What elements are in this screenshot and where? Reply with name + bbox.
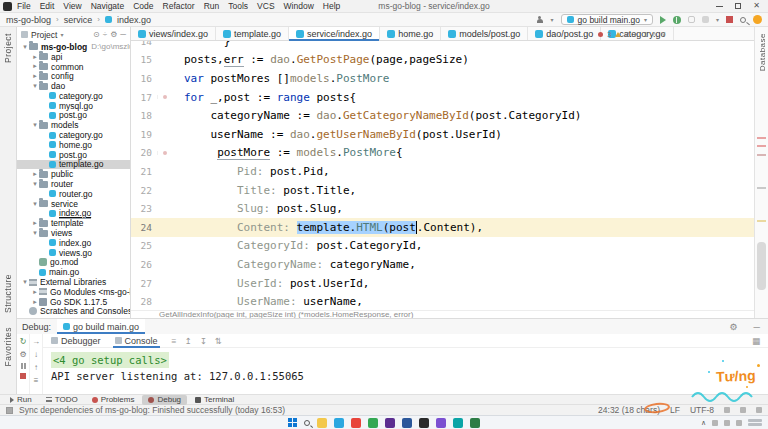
taskbar-edge-browser[interactable] [334, 418, 344, 428]
tool-window-button-todo[interactable]: TODO [40, 395, 84, 405]
network-icon[interactable] [712, 420, 718, 426]
tree-item-go-modules-ms-go-blog-[interactable]: ▸Go Modules <ms-go-blog> [17, 287, 130, 297]
tree-item-views[interactable]: ▾views [17, 228, 130, 238]
search-icon[interactable] [740, 17, 746, 23]
tree-item-ms-go-blog[interactable]: ▾ms-go-blogD:\go\mszlu\ms-go-blog [17, 42, 130, 52]
code-line[interactable]: 16var postMores []models.PostMore [131, 69, 754, 88]
menu-item-file[interactable]: File [17, 1, 31, 11]
pause-icon[interactable] [21, 363, 26, 369]
battery-icon[interactable] [736, 420, 742, 426]
clear-icon[interactable]: ⇅ [215, 336, 222, 346]
editor-tab[interactable]: service/index.go [289, 27, 380, 40]
editor-tab[interactable]: views/index.go [131, 27, 216, 40]
error-stripe-mark[interactable] [757, 137, 766, 139]
tree-item-public[interactable]: ▸public [17, 169, 130, 179]
code-line[interactable]: 23 Slug: post.Slug, [131, 199, 754, 218]
debug-tab-console[interactable]: Console [109, 334, 164, 348]
code-line[interactable]: 27 UserId: post.UserId, [131, 274, 754, 293]
tree-item-main-go[interactable]: main.go [17, 267, 130, 277]
step-out-icon[interactable]: ↑ [34, 363, 38, 372]
modify-config-icon[interactable]: ⚙ [19, 350, 26, 359]
tool-window-button-run[interactable]: Run [4, 395, 38, 405]
code-line[interactable]: 21 Pid: post.Pid, [131, 162, 754, 181]
breadcrumb-item[interactable]: service [64, 15, 93, 25]
warning-stripe-mark[interactable] [757, 220, 766, 222]
lock-icon[interactable] [724, 407, 730, 413]
debug-session-tab[interactable]: go build main.go [57, 319, 145, 334]
settings-icon[interactable]: ⚙ [110, 30, 117, 39]
tree-item-go-sdk-1-17-5[interactable]: ▸Go SDK 1.17.5 [17, 297, 130, 307]
next-issue-icon[interactable]: ∨ [661, 30, 666, 38]
tree-item-models[interactable]: ▾models [17, 120, 130, 130]
menu-item-navigate[interactable]: Navigate [91, 1, 125, 11]
code-line[interactable]: 25 CategoryId: post.CategoryId, [131, 237, 754, 256]
tree-chevron-icon[interactable]: ▾ [31, 200, 39, 208]
view-threads-icon[interactable]: ≡ [34, 376, 39, 385]
plugin-avatar-icon[interactable] [753, 15, 762, 24]
stripe-mark[interactable] [757, 187, 766, 189]
taskbar-app-purple[interactable] [385, 418, 395, 428]
tree-chevron-icon[interactable]: ▸ [31, 288, 39, 296]
hide-panel-icon[interactable]: ─ [744, 322, 768, 332]
code-line[interactable]: 26 CategoryName: categoryName, [131, 255, 754, 274]
tree-chevron-icon[interactable]: ▾ [31, 180, 39, 188]
inspection-indicators[interactable]: 3 2 ✓ 1 ∧ ∨ [598, 27, 666, 41]
tree-item-index-go[interactable]: index.go [17, 209, 130, 219]
code-editor[interactable]: 14 }15posts,err := dao.GetPostPage(page,… [131, 41, 754, 310]
tool-window-button-problems[interactable]: Problems [86, 395, 141, 405]
editor-tab[interactable]: models/post.go [441, 27, 528, 40]
scroll-up-icon[interactable]: ↥ [185, 336, 192, 346]
status-message[interactable]: Sync dependencies of ms-go-blog: Finishe… [19, 405, 285, 415]
run-configuration-select[interactable]: go build main.go ▾ [561, 14, 653, 25]
error-stripe-mark[interactable] [757, 154, 766, 156]
tree-item-home-go[interactable]: home.go [17, 140, 130, 150]
menu-item-view[interactable]: View [63, 1, 81, 11]
tree-chevron-icon[interactable]: ▸ [31, 219, 39, 227]
stop-icon[interactable] [20, 373, 26, 379]
taskbar-app-teal[interactable] [453, 418, 463, 428]
close-icon[interactable]: ✕ [753, 3, 760, 9]
tree-item-template-go[interactable]: template.go [17, 160, 130, 170]
tree-item-external-libraries[interactable]: ▾External Libraries [17, 277, 130, 287]
notifications-icon[interactable] [756, 407, 762, 413]
project-panel-title[interactable]: Project [31, 30, 57, 40]
error-stripe-mark[interactable] [757, 145, 766, 147]
tool-window-button-terminal[interactable]: Terminal [189, 395, 240, 405]
scrollbar-thumb[interactable] [757, 242, 766, 290]
tree-item-dao[interactable]: ▾dao [17, 81, 130, 91]
tree-item-common[interactable]: ▸common [17, 62, 130, 72]
tree-item-api[interactable]: ▸api [17, 52, 130, 62]
breadcrumb-item[interactable]: ms-go-blog [6, 15, 51, 25]
tray-expand-icon[interactable]: ∧ [701, 419, 706, 427]
favorites-tool-button[interactable]: Favorites [3, 327, 13, 366]
tree-chevron-icon[interactable]: ▸ [31, 53, 39, 61]
locate-file-icon[interactable]: ⊙ [93, 30, 100, 39]
taskbar-search-icon[interactable] [304, 420, 310, 426]
menu-item-edit[interactable]: Edit [40, 1, 55, 11]
tree-chevron-icon[interactable]: ▸ [31, 62, 39, 70]
chevron-down-icon[interactable]: ▾ [60, 31, 63, 38]
code-line[interactable]: 20 postMore := models.PostMore{ [131, 144, 754, 163]
taskbar-app-forest[interactable] [470, 418, 480, 428]
tree-chevron-icon[interactable]: ▾ [31, 229, 39, 237]
profiler-button[interactable] [702, 16, 709, 23]
taskbar-app-violet[interactable] [436, 418, 446, 428]
code-line[interactable]: 18 categoryName := dao.GetCategoryNameBy… [131, 106, 754, 125]
collapse-all-icon[interactable]: ÷ [103, 30, 107, 39]
taskbar-app-navy[interactable] [402, 418, 412, 428]
taskbar-app-green[interactable] [368, 418, 378, 428]
editor-tab[interactable]: home.go [380, 27, 441, 40]
maximize-icon[interactable] [735, 3, 741, 9]
tree-chevron-icon[interactable]: ▾ [31, 82, 39, 90]
structure-tool-button[interactable]: Structure [3, 274, 13, 313]
tree-item-router[interactable]: ▾router [17, 179, 130, 189]
user-icon[interactable] [536, 16, 544, 24]
tree-item-template[interactable]: ▸template [17, 218, 130, 228]
menu-item-run[interactable]: Run [204, 1, 220, 11]
tree-item-router-go[interactable]: router.go [17, 189, 130, 199]
tree-chevron-icon[interactable]: ▸ [31, 72, 39, 80]
step-into-icon[interactable]: ↓ [34, 350, 38, 359]
tool-window-button-debug[interactable]: Debug [142, 395, 187, 405]
debug-button[interactable] [673, 16, 681, 24]
console-output[interactable]: <4 go setup calls>API server listening a… [43, 348, 768, 394]
